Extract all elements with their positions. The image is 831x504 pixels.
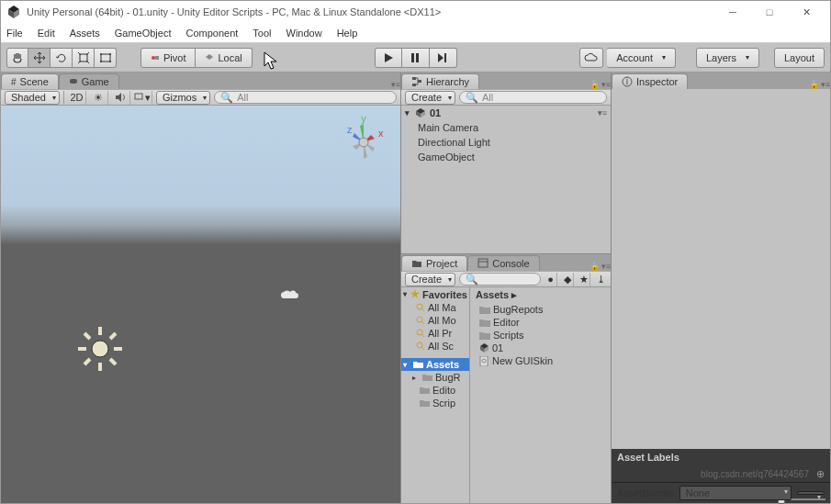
layers-dropdown[interactable]: Layers▾	[696, 48, 759, 68]
svg-line-37	[110, 333, 116, 339]
project-assets-root: ▾Assets	[401, 358, 469, 371]
assetbundle-name-dropdown[interactable]: None	[679, 486, 792, 500]
project-create-dropdown[interactable]: Create	[405, 273, 455, 286]
cloud-button[interactable]	[579, 48, 603, 68]
watermark: blog.csdn.net/q764424567	[701, 469, 809, 479]
svg-text:x: x	[378, 128, 384, 139]
label-add-icon[interactable]: ⊕	[816, 468, 825, 480]
panel-menu-icon[interactable]: ▾≡	[601, 80, 611, 89]
asset-labels-header[interactable]: Asset Labels	[612, 449, 830, 465]
unity-logo-icon	[6, 5, 21, 19]
menubar: File Edit Assets GameObject Component To…	[1, 23, 830, 43]
lock-icon[interactable]: 🔒	[809, 80, 819, 89]
move-tool-button[interactable]	[28, 48, 51, 68]
assetbundle-variant-dropdown[interactable]	[797, 491, 825, 495]
minimize-button[interactable]: ─	[714, 6, 751, 17]
gizmos-dropdown[interactable]: Gizmos	[156, 91, 210, 105]
scene-search-input[interactable]: 🔍All	[214, 91, 397, 104]
project-breadcrumb[interactable]: Assets ▸	[470, 287, 611, 303]
mode-2d-toggle[interactable]: 2D	[68, 91, 86, 105]
scene-gizmo-icon[interactable]: y x z	[336, 115, 391, 170]
shaded-dropdown[interactable]: Shaded	[5, 91, 60, 105]
menu-edit[interactable]: Edit	[38, 28, 55, 39]
local-button[interactable]: Local	[196, 48, 252, 68]
menu-component[interactable]: Component	[185, 28, 238, 39]
fx-dropdown[interactable]: ▾	[134, 91, 152, 105]
svg-rect-10	[155, 56, 159, 60]
tab-project[interactable]: Project	[401, 255, 467, 271]
hierarchy-scene-root[interactable]: 01▾≡	[401, 106, 611, 120]
hierarchy-item[interactable]: GameObject	[401, 150, 611, 164]
panel-menu-icon[interactable]: ▾≡	[391, 80, 400, 89]
tab-inspector[interactable]: iInspector	[612, 73, 688, 89]
svg-rect-39	[412, 77, 416, 80]
tab-console[interactable]: Console	[467, 255, 539, 271]
svg-line-35	[84, 333, 90, 339]
panel-menu-icon[interactable]: ▾≡	[601, 262, 611, 271]
rect-tool-button[interactable]	[95, 48, 117, 68]
project-search-input[interactable]: 🔍	[459, 273, 541, 286]
lock-icon[interactable]: 🔒	[590, 80, 600, 89]
filter-icon[interactable]: ●	[545, 273, 557, 286]
svg-point-5	[100, 53, 102, 55]
svg-rect-4	[101, 54, 110, 62]
panel-menu-icon[interactable]: ▾≡	[821, 80, 830, 89]
scene-view[interactable]: y x z	[1, 106, 400, 503]
maximize-button[interactable]: □	[751, 6, 788, 17]
svg-point-7	[100, 61, 102, 62]
titlebar: Unity Personal (64bit) - 01.unity - Unit…	[1, 1, 830, 23]
play-button[interactable]	[375, 48, 402, 68]
svg-marker-18	[116, 93, 121, 102]
scale-tool-button[interactable]	[73, 48, 95, 68]
scene-menu-icon[interactable]: ▾≡	[598, 108, 607, 118]
lock-icon[interactable]: 🔒	[590, 262, 600, 271]
hierarchy-create-dropdown[interactable]: Create	[405, 91, 455, 105]
svg-rect-3	[80, 54, 87, 62]
pause-button[interactable]	[402, 48, 430, 68]
assetbundle-label: AssetBundle	[617, 487, 674, 498]
hierarchy-search-input[interactable]: 🔍All	[459, 91, 607, 104]
project-tree[interactable]: ▾★Favorites All Ma All Mo All Pr All Sc …	[401, 287, 470, 503]
project-item[interactable]: Editor	[470, 316, 611, 329]
tab-scene[interactable]: #Scene	[1, 73, 59, 89]
svg-rect-19	[135, 94, 142, 99]
menu-tool[interactable]: Tool	[253, 28, 271, 39]
svg-text:z: z	[347, 124, 353, 135]
svg-line-52	[421, 334, 424, 337]
tab-game[interactable]: Game	[59, 73, 119, 89]
inspector-body	[612, 89, 830, 449]
rotate-tool-button[interactable]	[51, 48, 73, 68]
menu-gameobject[interactable]: GameObject	[115, 28, 172, 39]
hand-tool-button[interactable]	[6, 48, 28, 68]
svg-rect-14	[416, 53, 419, 62]
project-item[interactable]: Scripts	[470, 329, 611, 342]
camera-icon	[281, 289, 301, 304]
menu-assets[interactable]: Assets	[70, 28, 100, 39]
svg-marker-11	[206, 54, 213, 60]
close-button[interactable]: ✕	[788, 6, 825, 18]
project-item[interactable]: 01	[470, 342, 611, 354]
pivot-button[interactable]: Pivot	[140, 48, 196, 68]
menu-file[interactable]: File	[6, 28, 23, 39]
layout-dropdown[interactable]: Layout	[774, 48, 825, 68]
lighting-toggle[interactable]: ☀	[90, 91, 108, 105]
filter-label-icon[interactable]: ★	[578, 273, 590, 286]
svg-rect-40	[412, 84, 416, 86]
save-search-icon[interactable]: ⤓	[594, 273, 607, 286]
audio-toggle[interactable]	[112, 91, 130, 105]
project-item[interactable]: New GUISkin	[470, 354, 611, 367]
project-item[interactable]: BugRepots	[470, 303, 611, 316]
hierarchy-item[interactable]: Directional Light	[401, 135, 611, 150]
account-dropdown[interactable]: Account▾	[607, 48, 676, 68]
tab-hierarchy[interactable]: Hierarchy	[401, 73, 479, 89]
toolbar: Pivot Local Account▾ Layers▾ Layout	[1, 43, 830, 73]
svg-marker-15	[438, 53, 444, 62]
svg-point-6	[109, 53, 111, 55]
hierarchy-item[interactable]: Main Camera	[401, 120, 611, 135]
menu-help[interactable]: Help	[337, 28, 358, 39]
svg-rect-58	[480, 356, 488, 366]
filter-type-icon[interactable]: ◆	[561, 273, 574, 286]
step-button[interactable]	[430, 48, 457, 68]
svg-line-54	[421, 347, 424, 350]
menu-window[interactable]: Window	[286, 28, 322, 39]
